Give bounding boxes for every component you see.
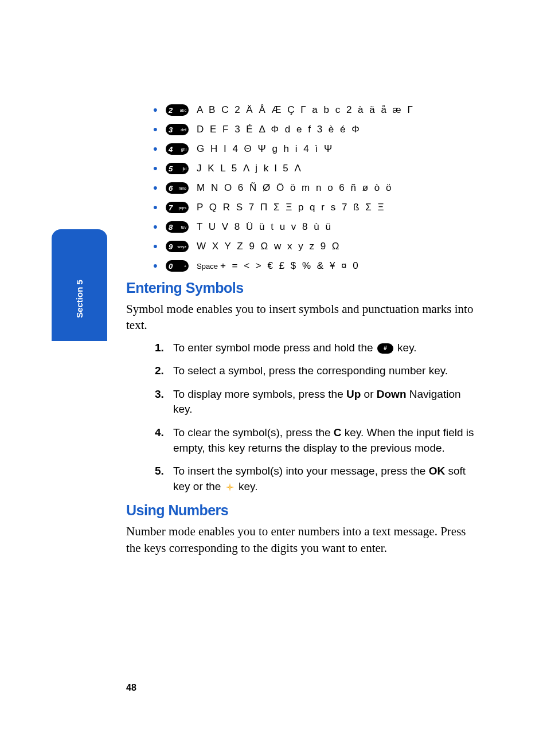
key-row-3: 3def D E F 3 É Δ Φ d e f 3 è é Φ <box>153 123 478 136</box>
key-8-icon: 8tuv <box>166 221 189 233</box>
key-row-6: 6mno M N O 6 Ñ Ø Ö ö m n o 6 ñ ø ò ö <box>153 181 478 195</box>
svg-marker-2 <box>229 487 230 491</box>
key-2-icon: 2abc <box>166 104 189 116</box>
key-0-chars: Space+ = < > € £ $ % & ¥ ¤ 0 <box>197 260 360 272</box>
key-9-chars: W X Y Z 9 Ω w x y z 9 Ω <box>197 241 341 252</box>
symbol-steps-list: To enter symbol mode press and hold the … <box>126 340 478 495</box>
key-9-icon: 9wxyz <box>166 241 189 252</box>
page-content: 2abc A B C 2 Ä Å Æ Ç Γ a b c 2 à ä å æ Γ… <box>0 0 547 756</box>
key-7-icon: 7pqrs <box>166 202 189 213</box>
step-4: To clear the symbol(s), press the C key.… <box>155 425 478 456</box>
key-row-7: 7pqrs P Q R S 7 Π Σ Ξ p q r s 7 ß Σ Ξ <box>153 201 478 214</box>
svg-marker-3 <box>226 487 230 488</box>
nav-star-icon <box>225 482 235 492</box>
key-row-4: 4ghi G H I 4 Θ Ψ g h i 4 ì Ψ <box>153 142 478 156</box>
key-row-0: 0+ Space+ = < > € £ $ % & ¥ ¤ 0 <box>153 259 478 273</box>
symbols-intro-paragraph: Symbol mode enables you to insert symbol… <box>126 301 478 334</box>
key-5-icon: 5jkl <box>166 163 189 174</box>
step-5: To insert the symbol(s) into your messag… <box>155 464 478 494</box>
page-number: 48 <box>126 683 136 693</box>
key-2-chars: A B C 2 Ä Å Æ Ç Γ a b c 2 à ä å æ Γ <box>197 104 415 116</box>
key-3-chars: D E F 3 É Δ Φ d e f 3 è é Φ <box>197 124 361 135</box>
key-row-8: 8tuv T U V 8 Ü ü t u v 8 ù ü <box>153 220 478 234</box>
hash-key-icon: # <box>377 343 393 354</box>
key-6-chars: M N O 6 Ñ Ø Ö ö m n o 6 ñ ø ò ö <box>197 182 393 194</box>
svg-marker-1 <box>230 487 234 488</box>
key-row-9: 9wxyz W X Y Z 9 Ω w x y z 9 Ω <box>153 240 478 253</box>
key-7-chars: P Q R S 7 Π Σ Ξ p q r s 7 ß Σ Ξ <box>197 202 385 213</box>
key-8-chars: T U V 8 Ü ü t u v 8 ù ü <box>197 221 333 233</box>
key-row-2: 2abc A B C 2 Ä Å Æ Ç Γ a b c 2 à ä å æ Γ <box>153 103 478 117</box>
key-6-icon: 6mno <box>166 182 189 194</box>
step-1: To enter symbol mode press and hold the … <box>155 340 478 356</box>
key-character-list: 2abc A B C 2 Ä Å Æ Ç Γ a b c 2 à ä å æ Γ… <box>126 103 478 273</box>
step-3: To display more symbols, press the Up or… <box>155 387 478 417</box>
key-3-icon: 3def <box>166 124 189 135</box>
key-4-icon: 4ghi <box>166 143 189 155</box>
key-5-chars: J K L 5 Λ j k l 5 Λ <box>197 163 303 174</box>
heading-using-numbers: Using Numbers <box>126 502 478 519</box>
key-4-chars: G H I 4 Θ Ψ g h i 4 ì Ψ <box>197 143 334 155</box>
step-2: To select a symbol, press the correspond… <box>155 363 478 379</box>
heading-entering-symbols: Entering Symbols <box>126 280 478 296</box>
key-row-5: 5jkl J K L 5 Λ j k l 5 Λ <box>153 162 478 175</box>
numbers-intro-paragraph: Number mode enables you to enter numbers… <box>126 523 478 556</box>
key-0-icon: 0+ <box>166 260 189 272</box>
svg-marker-0 <box>229 483 230 487</box>
